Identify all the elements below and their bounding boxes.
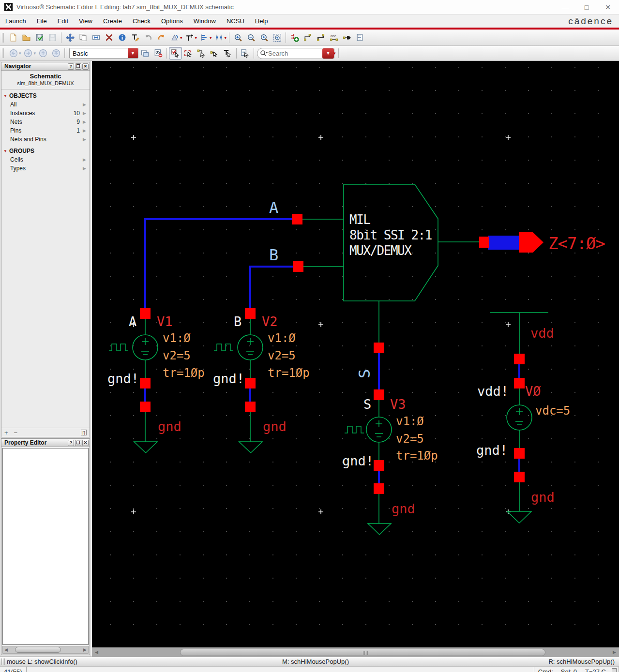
panel-close-icon[interactable]: ✕ bbox=[82, 440, 89, 446]
zoom-out-tree-button[interactable]: − bbox=[14, 429, 18, 436]
panel-close-icon[interactable]: ✕ bbox=[82, 63, 89, 70]
scrollbar-thumb[interactable] bbox=[180, 649, 545, 656]
zoom-out-button[interactable] bbox=[244, 31, 257, 44]
pin-square[interactable] bbox=[293, 261, 303, 272]
collapse-triangle-icon[interactable]: ▼ bbox=[3, 94, 9, 98]
scrollbar-thumb[interactable] bbox=[15, 647, 61, 653]
zoom-in-tree-button[interactable]: + bbox=[4, 429, 8, 436]
tree-item-cells[interactable]: Cells▶ bbox=[1, 155, 90, 164]
create-narrow-wire-button[interactable] bbox=[301, 31, 314, 44]
net-label-s-vertical[interactable]: S bbox=[355, 369, 374, 378]
v1-ground-symbol[interactable] bbox=[134, 442, 157, 453]
v1-gnd-bang-label[interactable]: gnd! bbox=[107, 371, 139, 386]
expand-arrow-icon[interactable]: ▶ bbox=[83, 102, 88, 107]
v2-ground-symbol[interactable] bbox=[239, 442, 262, 453]
menu-window[interactable]: Window bbox=[188, 15, 221, 27]
pin-square[interactable] bbox=[245, 378, 256, 388]
text-direction-button[interactable] bbox=[183, 31, 196, 44]
output-net-label[interactable]: Z<7:Ø> bbox=[548, 234, 605, 253]
save-button[interactable] bbox=[33, 31, 46, 44]
v0-param-1[interactable]: vdc=5 bbox=[535, 404, 570, 418]
v0-gnd-bang-label[interactable]: gnd! bbox=[476, 443, 508, 458]
panel-float-icon[interactable]: ❐ bbox=[75, 63, 81, 70]
v3-pin-label[interactable]: S bbox=[363, 397, 371, 412]
search-more-dropdown-icon[interactable]: ▾ bbox=[333, 51, 336, 56]
text-direction-dropdown-icon[interactable]: ▾ bbox=[195, 35, 197, 40]
v3-plus-minus[interactable] bbox=[375, 420, 383, 437]
v3-param-2[interactable]: v2=5 bbox=[396, 432, 424, 446]
delete-button[interactable] bbox=[103, 31, 116, 44]
pin-square[interactable] bbox=[514, 448, 525, 459]
distribute-button[interactable] bbox=[212, 31, 226, 44]
output-bus-wire[interactable] bbox=[488, 236, 520, 250]
v2-plus-minus[interactable] bbox=[246, 338, 254, 355]
v0-instance-name[interactable]: VØ bbox=[525, 384, 541, 399]
expand-arrow-icon[interactable]: ▶ bbox=[83, 137, 88, 142]
v1-pin-label[interactable]: A bbox=[129, 314, 136, 329]
hide-show-button[interactable] bbox=[151, 47, 165, 60]
menu-edit[interactable]: Edit bbox=[52, 15, 74, 27]
menu-help[interactable]: Help bbox=[250, 15, 273, 27]
mux-symbol-outline[interactable] bbox=[344, 184, 438, 301]
select-mode-button[interactable] bbox=[169, 47, 182, 60]
scroll-right-icon[interactable]: ▶ bbox=[611, 650, 618, 655]
v3-gnd-bang-label[interactable]: gnd! bbox=[342, 453, 374, 468]
edit-text-button[interactable] bbox=[129, 31, 142, 44]
pin-square[interactable] bbox=[514, 354, 525, 364]
create-pin-button[interactable] bbox=[340, 31, 353, 44]
menu-launch[interactable]: Launch bbox=[0, 15, 31, 27]
net-label-b[interactable]: B bbox=[269, 246, 278, 264]
create-wide-wire-button[interactable] bbox=[314, 31, 327, 44]
forward-button[interactable] bbox=[22, 47, 35, 60]
top-button[interactable] bbox=[49, 47, 62, 60]
pin-square[interactable] bbox=[479, 237, 489, 248]
search-input[interactable] bbox=[268, 50, 322, 57]
pin-square[interactable] bbox=[514, 472, 525, 482]
expand-arrow-icon[interactable]: ▶ bbox=[83, 111, 88, 116]
distribute-dropdown-icon[interactable]: ▾ bbox=[225, 35, 227, 40]
v0-vdd-net-label[interactable]: vdd bbox=[530, 326, 554, 341]
v3-param-1[interactable]: v1:Ø bbox=[396, 415, 424, 428]
v0-gnd-label[interactable]: gnd bbox=[531, 490, 555, 505]
expand-arrow-icon[interactable]: ▶ bbox=[83, 119, 88, 124]
tree-category-groups[interactable]: ▼GROUPS bbox=[1, 147, 90, 155]
v1-param-1[interactable]: v1:Ø bbox=[163, 331, 191, 345]
descend-display-button[interactable] bbox=[138, 47, 151, 60]
mux-label-line3[interactable]: MUX/DEMUX bbox=[349, 243, 412, 258]
mux-label-line1[interactable]: MIL bbox=[349, 212, 370, 227]
stretch-button[interactable] bbox=[90, 31, 103, 44]
new-file-button[interactable] bbox=[7, 31, 20, 44]
v1-instance-name[interactable]: V1 bbox=[157, 314, 173, 329]
v1-pulse-icon[interactable] bbox=[109, 344, 128, 351]
zoom-fit-button[interactable] bbox=[271, 31, 284, 44]
v2-pulse-icon[interactable] bbox=[214, 344, 233, 351]
net-wires[interactable] bbox=[145, 219, 519, 484]
property-editor-hscrollbar[interactable]: ◀ ▶ bbox=[2, 646, 89, 654]
maximize-icon[interactable]: □ bbox=[582, 3, 591, 11]
pin-square[interactable] bbox=[374, 460, 384, 471]
collapse-triangle-icon[interactable]: ▼ bbox=[3, 149, 9, 153]
tree-item-instances[interactable]: Instances10▶ bbox=[1, 109, 90, 118]
undo-button[interactable] bbox=[142, 31, 155, 44]
net-label-a[interactable]: A bbox=[269, 198, 278, 217]
v2-param-3[interactable]: tr=1Øp bbox=[268, 366, 310, 380]
wire-select-button[interactable] bbox=[195, 47, 208, 60]
wire-net-b[interactable] bbox=[250, 267, 293, 309]
panel-expand-icon[interactable]: ▯ bbox=[81, 430, 87, 435]
panel-help-icon[interactable]: ? bbox=[68, 63, 74, 70]
create-instance-button[interactable] bbox=[288, 31, 301, 44]
toolbar-grip[interactable] bbox=[2, 33, 5, 43]
v3-param-3[interactable]: tr=1Øp bbox=[396, 449, 438, 463]
rotate-button[interactable] bbox=[168, 31, 181, 44]
pin-square[interactable] bbox=[245, 308, 256, 319]
v1-gnd-label[interactable]: gnd bbox=[158, 419, 181, 434]
scroll-left-icon[interactable]: ◀ bbox=[3, 647, 9, 652]
minimize-icon[interactable]: — bbox=[561, 3, 570, 11]
v2-pin-label[interactable]: B bbox=[234, 314, 242, 329]
v0-plus-minus[interactable] bbox=[515, 408, 523, 425]
v2-instance-name[interactable]: V2 bbox=[262, 314, 278, 329]
snap-mode-combobox[interactable]: Basic ▼ bbox=[69, 48, 138, 59]
pin-square[interactable] bbox=[245, 402, 256, 412]
back-dropdown-icon[interactable]: ▾ bbox=[19, 51, 21, 56]
v2-gnd-label[interactable]: gnd bbox=[263, 419, 287, 434]
